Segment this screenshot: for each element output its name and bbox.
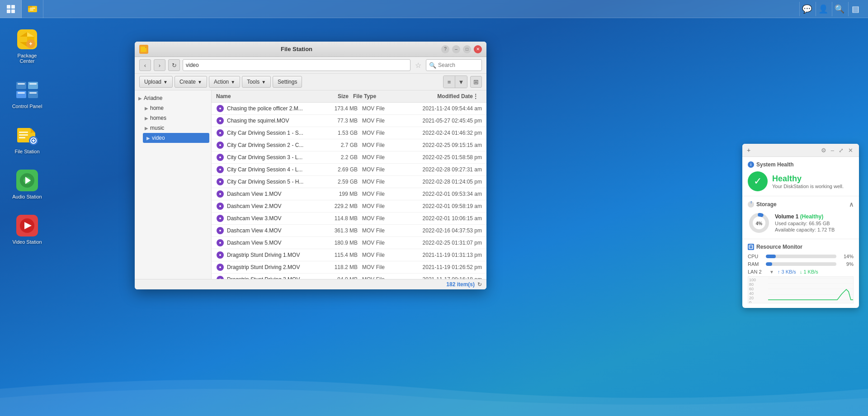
file-row-name: Dashcam View 1.MOV bbox=[227, 191, 317, 197]
table-row[interactable]: Dashcam View 3.MOV 114.8 MB MOV File 202… bbox=[212, 213, 486, 225]
sidebar-label-homes: homes bbox=[150, 115, 166, 121]
file-row-name: City Car Driving Session 5 - H... bbox=[227, 179, 317, 185]
svg-rect-28 bbox=[19, 132, 28, 133]
column-size[interactable]: Size bbox=[308, 93, 349, 99]
widget-controls: ⚙ – ⤢ ✕ bbox=[820, 147, 854, 154]
file-row-type: MOV File bbox=[358, 179, 403, 185]
widget-settings-button[interactable]: ⚙ bbox=[820, 147, 828, 154]
table-row[interactable]: Dashcam View 1.MOV 199 MB MOV File 2022-… bbox=[212, 188, 486, 200]
file-row-size: 1.53 GB bbox=[317, 130, 358, 136]
table-row[interactable]: Dashcam View 4.MOV 361.3 MB MOV File 202… bbox=[212, 225, 486, 237]
file-list-header: Name Size File Type Modified Date ⋮ bbox=[212, 90, 486, 103]
file-row-icon bbox=[216, 129, 224, 137]
column-filetype[interactable]: File Type bbox=[349, 93, 394, 99]
lan-dropdown-arrow[interactable]: ▼ bbox=[769, 269, 774, 274]
widget-minimize-button[interactable]: – bbox=[830, 147, 835, 154]
file-row-size: 115.4 MB bbox=[317, 252, 358, 258]
window-maximize-button[interactable]: □ bbox=[463, 45, 471, 53]
desktop-icon-file-station[interactable]: File Station bbox=[9, 121, 45, 157]
status-refresh-button[interactable]: ↻ bbox=[477, 281, 482, 288]
view-buttons: ≡ ▼ ⊞ bbox=[443, 76, 482, 88]
taskbar-app-filestation[interactable] bbox=[22, 0, 43, 18]
bookmark-star[interactable]: ☆ bbox=[413, 61, 423, 70]
svg-rect-1 bbox=[11, 5, 15, 9]
list-view-button[interactable]: ≡ bbox=[443, 76, 455, 88]
action-button[interactable]: Action ▼ bbox=[209, 76, 240, 88]
ram-label: RAM bbox=[748, 261, 762, 267]
taskbar-search-icon[interactable]: 🔍 bbox=[832, 2, 846, 16]
taskbar-menu-icon[interactable]: ▤ bbox=[848, 2, 863, 16]
table-row[interactable]: Chasing the squirrel.MOV 77.3 MB MOV Fil… bbox=[212, 115, 486, 127]
file-row-modified: 2022-02-01 09:58:19 am bbox=[403, 203, 482, 209]
file-row-name: City Car Driving Session 4 - L... bbox=[227, 166, 317, 173]
taskbar-chat-icon[interactable]: 💬 bbox=[799, 2, 814, 16]
table-row[interactable]: Dragstrip Stunt Driving 2.MOV 118.2 MB M… bbox=[212, 261, 486, 274]
window-help-button[interactable]: ? bbox=[441, 45, 449, 53]
svg-rect-29 bbox=[19, 134, 28, 136]
table-row[interactable]: Chasing the police officer 2.M... 173.4 … bbox=[212, 103, 486, 115]
lan-download-speed: ↓ 1 KB/s bbox=[800, 269, 818, 274]
refresh-button[interactable]: ↻ bbox=[168, 59, 180, 71]
lan-label: LAN 2 bbox=[748, 269, 766, 274]
table-row[interactable]: Dashcam View 2.MOV 229.2 MB MOV File 202… bbox=[212, 200, 486, 213]
file-list: Name Size File Type Modified Date ⋮ Chas… bbox=[212, 90, 486, 279]
table-row[interactable]: Dragstrip Stunt Driving 3.MOV 94.9 MB MO… bbox=[212, 274, 486, 279]
desktop-icon-control-panel[interactable]: Control Panel bbox=[9, 76, 45, 112]
cpu-percentage: 14% bbox=[840, 254, 854, 259]
cpu-bar bbox=[766, 255, 776, 258]
column-modified[interactable]: Modified Date bbox=[394, 93, 473, 99]
back-button[interactable]: ‹ bbox=[139, 59, 151, 71]
lan-speeds: ↑ 3 KB/s ↓ 1 KB/s bbox=[778, 269, 818, 274]
taskbar-app-grid[interactable] bbox=[0, 0, 22, 18]
forward-button[interactable]: › bbox=[154, 59, 165, 71]
file-row-modified: 2022-02-28 09:27:31 am bbox=[403, 166, 482, 173]
table-row[interactable]: City Car Driving Session 2 - C... 2.7 GB… bbox=[212, 139, 486, 151]
window-minimize-button[interactable]: – bbox=[452, 45, 460, 53]
table-row[interactable]: Dragstrip Stunt Driving 1.MOV 115.4 MB M… bbox=[212, 249, 486, 261]
table-row[interactable]: Dashcam View 5.MOV 180.9 MB MOV File 202… bbox=[212, 237, 486, 249]
sidebar-item-music[interactable]: ▶ music bbox=[141, 123, 211, 133]
widget-add-button[interactable]: + bbox=[747, 147, 750, 154]
desktop-icon-package-center[interactable]: + PackageCenter bbox=[9, 25, 45, 66]
svg-rect-17 bbox=[16, 82, 26, 89]
system-health-widget: + ⚙ – ⤢ ✕ i System Health ✓ Healthy Your… bbox=[742, 144, 859, 308]
search-icon: 🔍 bbox=[429, 62, 436, 69]
storage-expand-icon[interactable]: ∧ bbox=[849, 201, 854, 208]
file-row-name: Dragstrip Stunt Driving 1.MOV bbox=[227, 252, 317, 258]
table-row[interactable]: City Car Driving Session 1 - S... 1.53 G… bbox=[212, 127, 486, 139]
sidebar-item-ariadne[interactable]: ▶ Ariadne bbox=[135, 93, 211, 103]
sidebar-arrow-ariadne: ▶ bbox=[138, 96, 142, 101]
table-row[interactable]: City Car Driving Session 3 - L... 2.2 GB… bbox=[212, 151, 486, 164]
column-name[interactable]: Name bbox=[216, 93, 308, 99]
upload-button[interactable]: Upload ▼ bbox=[139, 76, 173, 88]
widget-close-button[interactable]: ✕ bbox=[847, 147, 854, 154]
settings-button[interactable]: Settings bbox=[273, 76, 302, 88]
taskbar-user-icon[interactable]: 👤 bbox=[816, 2, 830, 16]
ram-bar bbox=[766, 262, 772, 266]
create-arrow: ▼ bbox=[198, 80, 202, 85]
path-input[interactable] bbox=[183, 59, 410, 71]
create-button[interactable]: Create ▼ bbox=[175, 76, 207, 88]
svg-rect-19 bbox=[16, 91, 26, 98]
desktop-icon-audio-station[interactable]: Audio Station bbox=[9, 166, 45, 202]
widget-popout-button[interactable]: ⤢ bbox=[837, 147, 845, 154]
table-row[interactable]: City Car Driving Session 5 - H... 2.59 G… bbox=[212, 176, 486, 188]
file-row-size: 180.9 MB bbox=[317, 240, 358, 246]
file-row-icon bbox=[216, 227, 224, 235]
window-close-button[interactable]: ✕ bbox=[474, 45, 482, 53]
file-row-type: MOV File bbox=[358, 191, 403, 197]
desktop-icons: + PackageCenter Control Panel bbox=[9, 25, 45, 247]
sidebar-item-video[interactable]: ▶ video bbox=[143, 133, 209, 143]
sidebar-item-homes[interactable]: ▶ homes bbox=[141, 113, 211, 123]
file-row-modified: 2021-11-19 01:26:52 pm bbox=[403, 264, 482, 270]
list-view-dropdown[interactable]: ▼ bbox=[455, 76, 467, 88]
storage-used-capacity: Used capacity: 66.95 GB bbox=[775, 221, 835, 226]
sidebar-item-home[interactable]: ▶ home bbox=[141, 103, 211, 113]
table-row[interactable]: City Car Driving Session 4 - L... 2.69 G… bbox=[212, 164, 486, 176]
storage-title-label: Storage bbox=[756, 201, 777, 208]
search-input[interactable] bbox=[438, 62, 479, 68]
desktop-icon-video-station[interactable]: Video Station bbox=[9, 211, 45, 247]
tools-button[interactable]: Tools ▼ bbox=[242, 76, 271, 88]
grid-view-button[interactable]: ⊞ bbox=[470, 76, 482, 88]
column-more[interactable]: ⋮ bbox=[473, 93, 482, 99]
